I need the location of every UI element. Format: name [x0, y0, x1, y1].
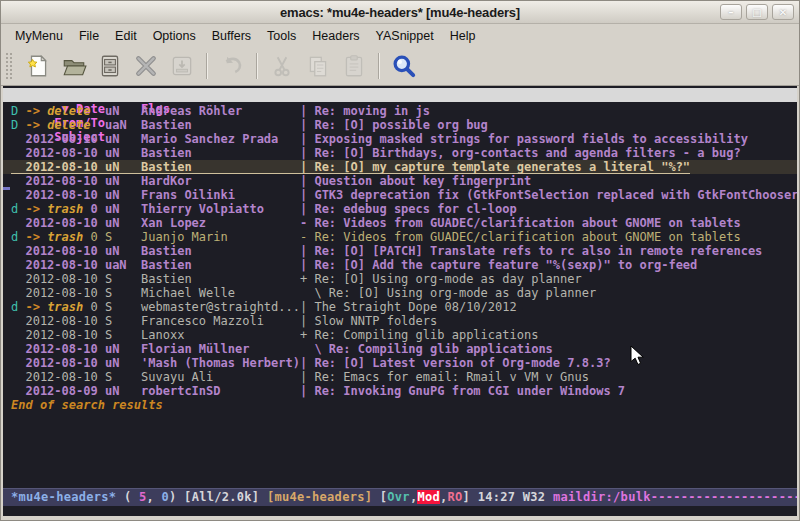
- menu-item-headers[interactable]: Headers: [304, 26, 367, 46]
- mode-line: *mu4e-headers* ( 5, 0) [All/2.0k] [mu4e-…: [3, 488, 797, 506]
- menu-item-yasnippet[interactable]: YASnippet: [368, 26, 442, 46]
- menu-item-file[interactable]: File: [71, 26, 107, 46]
- toolbar-grip[interactable]: [5, 52, 12, 80]
- mouse-cursor: [630, 345, 644, 370]
- minimize-button[interactable]: –: [720, 4, 742, 20]
- message-row[interactable]: 2012-08-10 uNMario Sanchez Prada| Exposi…: [3, 132, 797, 146]
- message-row[interactable]: d -> trash 0 SJuanjo Marin- Re: Videos f…: [3, 230, 797, 244]
- open-file-icon[interactable]: [58, 50, 90, 82]
- message-row[interactable]: 2012-08-10 SBastien+ Re: [O] Using org-m…: [3, 272, 797, 286]
- message-row[interactable]: D -> delete uNAndreas Röhler| Re: moving…: [3, 104, 797, 118]
- search-icon[interactable]: [388, 50, 420, 82]
- menu-item-edit[interactable]: Edit: [107, 26, 145, 46]
- message-row[interactable]: 2012-08-09 uNrobertcInSD| Re: Invoking G…: [3, 384, 797, 398]
- message-row[interactable]: 2012-08-10 SMichael Welle \ Re: [O] Usin…: [3, 286, 797, 300]
- menu-item-buffers[interactable]: Buffers: [204, 26, 259, 46]
- message-row[interactable]: 2012-08-10 uNFrans Oilinki| GTK3 depreca…: [3, 188, 797, 202]
- message-row[interactable]: 2012-08-10 uNBastien| Re: [O] [PATCH] Tr…: [3, 244, 797, 258]
- emacs-window: emacs: *mu4e-headers* [mu4e-headers] – □…: [0, 0, 800, 521]
- close-button[interactable]: ✕: [772, 4, 794, 20]
- cut-icon[interactable]: [266, 50, 298, 82]
- undo-icon[interactable]: [216, 50, 248, 82]
- menu-item-mymenu[interactable]: MyMenu: [7, 26, 71, 46]
- window-title: emacs: *mu4e-headers* [mu4e-headers]: [280, 5, 520, 20]
- message-row-current[interactable]: 2012-08-10 uNBastien| Re: [O] my capture…: [3, 160, 797, 174]
- menu-item-help[interactable]: Help: [442, 26, 484, 46]
- message-row[interactable]: 2012-08-10 uNXan Lopez- Re: Videos from …: [3, 216, 797, 230]
- message-row[interactable]: 2012-08-10 uaNBastien| Re: [O] Add the c…: [3, 258, 797, 272]
- message-row[interactable]: d -> trash 0 uNThierry Volpiatto| Re: ed…: [3, 202, 797, 216]
- directory-icon[interactable]: [94, 50, 126, 82]
- toolbar: [1, 47, 799, 86]
- message-row[interactable]: 2012-08-10 SLanoxx+ Re: Compiling glib a…: [3, 328, 797, 342]
- end-of-search-results: End of search results: [3, 398, 797, 412]
- titlebar[interactable]: emacs: *mu4e-headers* [mu4e-headers] – □…: [1, 1, 799, 24]
- message-row[interactable]: 2012-08-10 SFrancesco Mazzoli| Slow NNTP…: [3, 314, 797, 328]
- message-row[interactable]: 2012-08-10 uNFlorian Müllner \ Re: Compi…: [3, 342, 797, 356]
- menu-item-options[interactable]: Options: [145, 26, 204, 46]
- save-buffer-icon[interactable]: [166, 50, 198, 82]
- message-row[interactable]: 2012-08-10 SSuvayu Ali| Re: Emacs for em…: [3, 370, 797, 384]
- message-row[interactable]: D -> delete uaNBastien| Re: [O] possible…: [3, 118, 797, 132]
- message-row[interactable]: 2012-08-10 uNBastien| Re: [O] Birthdays,…: [3, 146, 797, 160]
- paste-icon[interactable]: [338, 50, 370, 82]
- toolbar-separator: [378, 53, 380, 79]
- menubar: MyMenuFileEditOptionsBuffersToolsHeaders…: [1, 24, 799, 47]
- copy-icon[interactable]: [302, 50, 334, 82]
- menu-item-tools[interactable]: Tools: [259, 26, 304, 46]
- headers-column-header[interactable]: ▼ Date Flgs From/To Subject: [3, 88, 797, 102]
- message-row[interactable]: 2012-08-10 uN'Mash (Thomas Herbert)| Re:…: [3, 356, 797, 370]
- toolbar-separator: [206, 53, 208, 79]
- mu4e-headers-buffer: ▼ Date Flgs From/To Subject D -> delete …: [3, 86, 797, 516]
- toolbar-separator: [256, 53, 258, 79]
- message-row[interactable]: 2012-08-10 uNHardKor| Question about key…: [3, 174, 797, 188]
- close-buffer-icon[interactable]: [130, 50, 162, 82]
- fringe-marker: [3, 187, 10, 190]
- message-row[interactable]: d -> trash 0 Swebmaster@straightd...| Th…: [3, 300, 797, 314]
- window-controls: – □ ✕: [720, 4, 794, 20]
- new-file-icon[interactable]: [22, 50, 54, 82]
- maximize-button[interactable]: □: [746, 4, 768, 20]
